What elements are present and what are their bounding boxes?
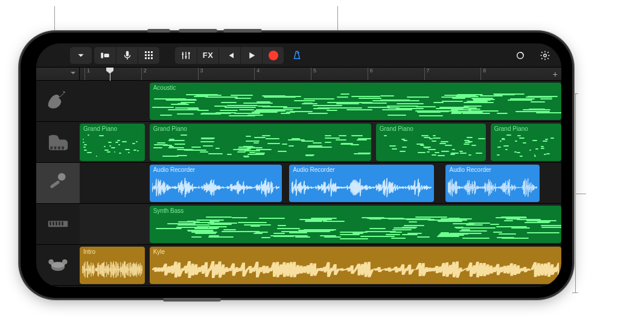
grid-icon: [145, 51, 153, 59]
region-audio[interactable]: Audio Recorder: [289, 165, 433, 202]
region-label: Audio Recorder: [293, 166, 430, 173]
side-button: [163, 298, 221, 302]
region-label: Synth Bass: [153, 207, 558, 214]
loop-browser-button[interactable]: [509, 47, 531, 64]
waveform: [292, 175, 431, 200]
fx-button[interactable]: FX: [197, 47, 218, 64]
svg-point-12: [48, 259, 54, 264]
track-header-microphone[interactable]: [36, 163, 80, 204]
microphone-icon: [46, 170, 70, 197]
keyboard-icon: [46, 211, 70, 238]
instrument-grid-button[interactable]: [138, 47, 159, 64]
region-label: Grand Piano: [380, 125, 482, 132]
region-midi[interactable]: Acoustic: [150, 83, 561, 120]
svg-rect-1: [104, 54, 109, 57]
region-audio[interactable]: Audio Recorder: [445, 165, 540, 202]
ruler[interactable]: + 12345678: [36, 68, 561, 81]
track-headers: [36, 81, 80, 287]
timeline[interactable]: AcousticGrand PianoGrand PianoGrand Pian…: [80, 81, 561, 287]
region-drums[interactable]: Intro: [80, 247, 145, 284]
guitar-icon: [46, 88, 70, 115]
volume-up-button: [179, 29, 217, 33]
ruler-bar-marker: 3: [198, 68, 203, 80]
region-label: Grand Piano: [83, 125, 141, 132]
region-label: Audio Recorder: [153, 166, 278, 173]
region-drums[interactable]: Kyle: [150, 247, 561, 284]
svg-point-13: [62, 259, 68, 264]
region-midi[interactable]: Synth Bass: [150, 206, 561, 243]
midi-notes: [152, 93, 559, 118]
svg-point-4: [188, 52, 190, 54]
ruler-bar-marker: 1: [84, 68, 90, 80]
track-header-piano[interactable]: [36, 122, 80, 163]
midi-notes: [493, 134, 559, 159]
ruler-bar-marker: 6: [368, 68, 373, 80]
browser-button[interactable]: [94, 47, 116, 64]
track-header-drums[interactable]: [36, 245, 80, 286]
svg-rect-0: [101, 52, 103, 58]
settings-button[interactable]: [534, 47, 555, 64]
toolbar: FX: [36, 43, 561, 68]
volume-down-button: [223, 29, 262, 33]
region-label: Acoustic: [153, 84, 558, 91]
callout-line-tracks-h: [575, 194, 586, 194]
ruler-bar-marker: 4: [254, 68, 260, 80]
callout-tick-top: [572, 93, 578, 94]
device-notch: [21, 114, 36, 216]
region-midi[interactable]: Grand Piano: [80, 124, 145, 161]
midi-notes: [152, 216, 559, 241]
waveform: [448, 175, 537, 200]
add-section-button[interactable]: +: [553, 69, 558, 79]
region-label: Grand Piano: [494, 125, 558, 132]
track-header-keyboard[interactable]: [36, 204, 80, 245]
track-header-guitar[interactable]: [36, 81, 80, 122]
ruler-bar-marker: 2: [141, 68, 147, 80]
waveform: [152, 175, 279, 200]
region-midi[interactable]: Grand Piano: [376, 124, 486, 161]
ruler-ticks[interactable]: + 12345678: [80, 68, 561, 80]
svg-point-7: [58, 173, 66, 181]
region-audio[interactable]: Audio Recorder: [150, 165, 282, 202]
go-to-beginning-button[interactable]: [218, 47, 240, 64]
ruler-bar-marker: 5: [311, 68, 316, 80]
callout-line-tracks: [575, 93, 576, 292]
waveform: [152, 258, 559, 282]
region-label: Grand Piano: [153, 125, 368, 132]
region-label: Kyle: [153, 248, 558, 255]
midi-notes: [378, 134, 483, 159]
record-button[interactable]: [262, 47, 284, 64]
device-frame: FX: [21, 33, 572, 298]
drums-icon: [46, 252, 70, 279]
record-icon: [269, 51, 278, 60]
callout-tick-bottom: [572, 292, 578, 293]
piano-icon: [46, 129, 70, 156]
ruler-bar-marker: 7: [424, 68, 430, 80]
metronome-button[interactable]: [286, 47, 308, 64]
svg-rect-8: [49, 180, 60, 188]
play-button[interactable]: [240, 47, 262, 64]
region-midi[interactable]: Grand Piano: [150, 124, 371, 161]
svg-point-2: [182, 53, 183, 55]
microphone-button[interactable]: [116, 47, 138, 64]
region-midi[interactable]: Grand Piano: [491, 124, 561, 161]
my-songs-button[interactable]: [70, 47, 92, 64]
app-screen: FX: [36, 43, 561, 287]
region-label: Audio Recorder: [449, 166, 536, 173]
tracks-area: AcousticGrand PianoGrand PianoGrand Pian…: [36, 81, 561, 287]
region-label: Intro: [83, 248, 141, 255]
midi-notes: [152, 134, 369, 159]
mute-switch: [147, 29, 170, 33]
midi-notes: [82, 134, 142, 159]
waveform: [82, 258, 142, 282]
track-controls-button[interactable]: [175, 47, 197, 64]
svg-point-6: [543, 54, 546, 57]
svg-point-3: [185, 55, 187, 57]
ruler-bar-marker: 8: [480, 68, 486, 80]
ruler-header-toggle[interactable]: [36, 68, 80, 80]
